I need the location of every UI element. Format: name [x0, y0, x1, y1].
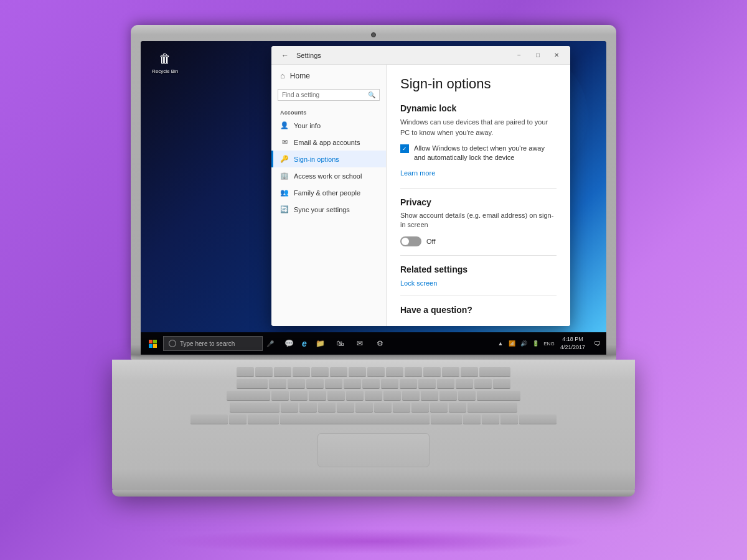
search-box[interactable]: 🔍: [278, 89, 380, 101]
taskbar-settings[interactable]: ⚙: [371, 332, 388, 355]
key[interactable]: [458, 391, 476, 401]
dynamic-lock-checkbox[interactable]: ✓: [400, 144, 409, 153]
key[interactable]: [309, 391, 326, 401]
back-button[interactable]: ←: [276, 46, 294, 65]
key[interactable]: [293, 367, 310, 377]
key[interactable]: [449, 403, 466, 413]
key-lshift[interactable]: [230, 403, 280, 413]
key[interactable]: [374, 403, 392, 413]
key[interactable]: [402, 391, 420, 401]
sidebar-item-work[interactable]: 🏢 Access work or school: [271, 167, 386, 184]
key[interactable]: [255, 367, 273, 377]
taskbar-mail[interactable]: ✉: [351, 332, 369, 355]
key[interactable]: [405, 367, 422, 377]
start-button[interactable]: [143, 332, 162, 355]
key-enter[interactable]: [477, 391, 520, 401]
sidebar-item-your-info[interactable]: 👤 Your info: [271, 117, 386, 134]
key[interactable]: [411, 403, 429, 413]
key[interactable]: [461, 367, 478, 377]
key[interactable]: [442, 367, 459, 377]
key[interactable]: [500, 414, 518, 424]
key-ctrl[interactable]: [190, 414, 228, 424]
laptop-base: [112, 360, 635, 497]
key-backspace[interactable]: [479, 367, 510, 377]
taskbar: Type here to search 🎤 💬 e 📁 🛍 ✉ ⚙ ▲: [141, 332, 606, 355]
chevron-up-icon[interactable]: ▲: [496, 332, 505, 355]
key[interactable]: [393, 403, 410, 413]
key-altgr[interactable]: [431, 414, 462, 424]
key[interactable]: [400, 379, 417, 389]
have-question-title: Have a question?: [400, 305, 557, 315]
key[interactable]: [437, 379, 454, 389]
key[interactable]: [229, 414, 247, 424]
work-icon: 🏢: [280, 172, 289, 180]
key[interactable]: [290, 391, 308, 401]
key-rshift[interactable]: [467, 403, 517, 413]
key[interactable]: [362, 379, 380, 389]
sidebar-item-email[interactable]: ✉ Email & app accounts: [271, 134, 386, 151]
key[interactable]: [386, 367, 403, 377]
key[interactable]: [318, 403, 336, 413]
key[interactable]: [325, 379, 342, 389]
notification-button[interactable]: 🗨: [590, 332, 604, 355]
network-icon[interactable]: 📶: [507, 332, 517, 355]
key[interactable]: [423, 367, 441, 377]
taskbar-mic-button[interactable]: 🎤: [264, 332, 276, 355]
restore-button[interactable]: □: [529, 46, 547, 65]
key[interactable]: [311, 367, 329, 377]
trackpad[interactable]: [317, 433, 430, 467]
key-tab[interactable]: [237, 379, 268, 389]
sidebar-item-sign-in[interactable]: 🔑 Sign-in options: [271, 151, 386, 167]
key[interactable]: [493, 379, 510, 389]
key[interactable]: [299, 403, 317, 413]
key[interactable]: [306, 379, 324, 389]
key[interactable]: [418, 379, 436, 389]
lock-screen-link[interactable]: Lock screen: [400, 279, 557, 287]
key-caps[interactable]: [227, 391, 270, 401]
volume-icon[interactable]: 🔊: [519, 332, 529, 355]
key[interactable]: [365, 391, 382, 401]
key[interactable]: [474, 379, 492, 389]
key-space[interactable]: [280, 414, 430, 424]
system-clock[interactable]: 4:18 PM 4/21/2017: [557, 335, 589, 351]
key[interactable]: [456, 379, 473, 389]
taskbar-edge[interactable]: e: [300, 339, 309, 348]
key[interactable]: [430, 403, 448, 413]
key[interactable]: [237, 367, 254, 377]
taskbar-store[interactable]: 🛍: [331, 332, 349, 355]
key[interactable]: [271, 391, 289, 401]
key[interactable]: [330, 367, 347, 377]
taskbar-task-view[interactable]: 💬: [280, 332, 298, 355]
key[interactable]: [344, 379, 361, 389]
key[interactable]: [482, 414, 499, 424]
key[interactable]: [269, 379, 286, 389]
key[interactable]: [367, 367, 385, 377]
key-alt[interactable]: [248, 414, 279, 424]
key[interactable]: [355, 403, 373, 413]
key[interactable]: [288, 379, 305, 389]
learn-more-link[interactable]: Learn more: [400, 169, 557, 177]
sidebar-item-sync[interactable]: 🔄 Sync your settings: [271, 201, 386, 218]
key[interactable]: [281, 403, 298, 413]
key[interactable]: [421, 391, 438, 401]
recycle-bin-icon[interactable]: 🗑 Recycle Bin: [152, 50, 178, 74]
key[interactable]: [327, 391, 345, 401]
key[interactable]: [381, 379, 398, 389]
close-button[interactable]: ✕: [548, 46, 565, 65]
key[interactable]: [463, 414, 481, 424]
taskbar-file-explorer[interactable]: 📁: [311, 332, 329, 355]
search-input[interactable]: [282, 91, 368, 98]
key[interactable]: [349, 367, 366, 377]
minimize-button[interactable]: −: [510, 46, 528, 65]
key-rctrl[interactable]: [519, 414, 557, 424]
taskbar-search[interactable]: Type here to search: [163, 336, 263, 351]
key[interactable]: [337, 403, 354, 413]
sidebar-item-family[interactable]: 👥 Family & other people: [271, 184, 386, 201]
privacy-toggle[interactable]: [400, 236, 421, 246]
key[interactable]: [274, 367, 291, 377]
key[interactable]: [383, 391, 401, 401]
key[interactable]: [439, 391, 457, 401]
key[interactable]: [346, 391, 364, 401]
sidebar-home[interactable]: ⌂ Home: [271, 65, 386, 86]
battery-icon[interactable]: 🔋: [531, 332, 541, 355]
